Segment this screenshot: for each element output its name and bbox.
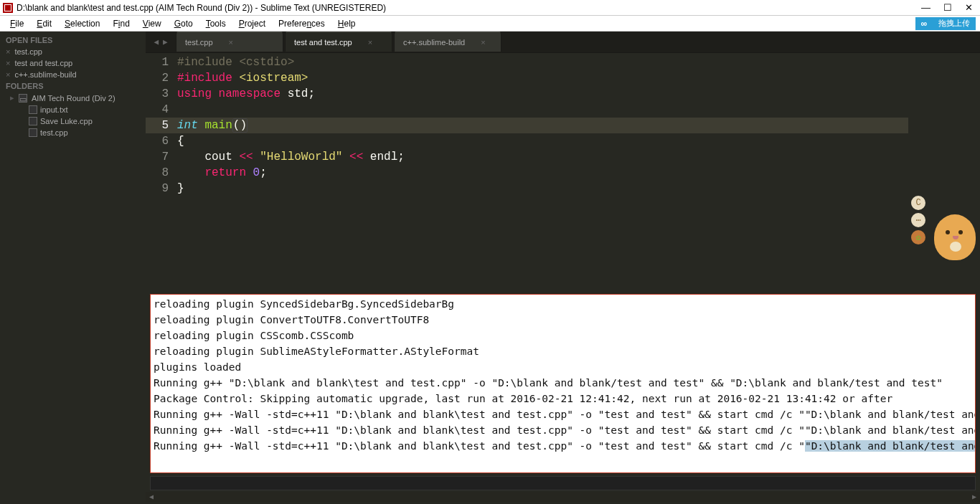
console-line: Running g++ -Wall -std=c++11 "D:\blank a…: [154, 438, 972, 454]
code-token: 0: [246, 166, 260, 179]
window-controls: — ☐ ✕: [921, 2, 977, 13]
line-number: 2: [146, 70, 169, 86]
mascot-button-icon[interactable]: ✿: [911, 230, 925, 244]
tab-label: c++.sublime-build: [403, 38, 465, 47]
file-icon: [29, 105, 37, 114]
file-item[interactable]: test.cpp: [0, 127, 146, 138]
tab-next-icon[interactable]: ▶: [163, 37, 168, 47]
horizontal-scrollbar[interactable]: ◀ ▶: [146, 492, 980, 502]
line-number: 9: [146, 181, 169, 196]
main-area: OPEN FILES ×test.cpp ×test and test.cpp …: [0, 32, 980, 502]
close-icon[interactable]: ×: [229, 38, 233, 47]
file-label: input.txt: [40, 105, 68, 114]
menu-help[interactable]: Help: [332, 17, 362, 30]
console-line: reloading plugin CSScomb.CSScomb: [154, 328, 972, 343]
console-panel[interactable]: reloading plugin SyncedSidebarBg.SyncedS…: [150, 294, 976, 473]
tab-test-cpp[interactable]: test.cpp×: [176, 32, 283, 52]
line-number: 3: [146, 86, 169, 102]
tab-prev-icon[interactable]: ◀: [154, 37, 159, 47]
console-line: reloading plugin ConvertToUTF8.ConvertTo…: [154, 312, 972, 328]
console-line: reloading plugin SublimeAStyleFormatter.…: [154, 343, 972, 359]
upload-widget[interactable]: ∞ 拖拽上传: [915, 17, 976, 30]
menu-edit[interactable]: Edit: [31, 17, 57, 30]
folder-icon: ▭: [19, 94, 27, 103]
menu-find[interactable]: Find: [107, 17, 135, 30]
gutter: 1 2 3 4 5 6 7 8 9: [146, 53, 177, 293]
code-token: {: [177, 135, 184, 148]
cloud-upload-icon: ∞: [915, 17, 933, 30]
code-token: [177, 166, 204, 179]
close-icon[interactable]: ×: [481, 38, 485, 47]
code-token: #include <cstdio>: [177, 56, 294, 69]
close-icon[interactable]: ×: [368, 38, 372, 47]
code-token: <<: [349, 151, 363, 163]
code-token: endl: [363, 151, 397, 163]
tab-sublime-build[interactable]: c++.sublime-build×: [394, 32, 501, 52]
code-token: int: [177, 119, 198, 132]
menu-file[interactable]: File: [4, 17, 29, 30]
code-token: <iostream>: [232, 72, 308, 85]
line-number: 1: [146, 54, 169, 70]
maximize-button[interactable]: ☐: [943, 2, 952, 13]
scroll-right-icon[interactable]: ▶: [969, 493, 980, 501]
menu-tools[interactable]: Tools: [200, 17, 232, 30]
tab-label: test and test.cpp: [294, 38, 352, 47]
tabbar: ◀ ▶ test.cpp× test and test.cpp× c++.sub…: [146, 32, 980, 53]
line-number: 6: [146, 133, 169, 149]
code-token: std: [281, 87, 308, 100]
close-icon[interactable]: ×: [6, 59, 10, 67]
tab-label: test.cpp: [185, 38, 213, 47]
code-token: namespace: [212, 87, 281, 100]
menu-selection[interactable]: Selection: [59, 17, 105, 30]
app-icon: [3, 3, 13, 13]
file-icon: [29, 128, 37, 137]
titlebar: D:\blank and blank\test and test.cpp (AI…: [0, 0, 980, 16]
open-file-label: c++.sublime-build: [14, 70, 76, 79]
tab-test-and-test-cpp[interactable]: test and test.cpp×: [285, 32, 392, 52]
menu-goto[interactable]: Goto: [169, 17, 199, 30]
menu-view[interactable]: View: [137, 17, 167, 30]
editor-column: ◀ ▶ test.cpp× test and test.cpp× c++.sub…: [146, 32, 980, 502]
command-input[interactable]: [150, 476, 976, 490]
minimize-button[interactable]: —: [921, 2, 930, 13]
tab-nav: ◀ ▶: [146, 37, 176, 47]
code-editor[interactable]: 1 2 3 4 5 6 7 8 9 #include <cstdio>#incl…: [146, 53, 980, 293]
scroll-left-icon[interactable]: ◀: [146, 493, 157, 501]
code-content[interactable]: #include <cstdio>#include <iostream>usin…: [177, 53, 908, 293]
code-token: <<: [239, 151, 253, 163]
menu-preferences[interactable]: Preferences: [273, 17, 331, 30]
file-label: test.cpp: [40, 128, 68, 137]
folder-item[interactable]: ▭AIM Tech Round (Div 2): [0, 92, 146, 104]
menubar: File Edit Selection Find View Goto Tools…: [0, 16, 980, 32]
open-file-item[interactable]: ×c++.sublime-build: [0, 69, 146, 80]
code-token: "HelloWorld": [253, 151, 349, 163]
code-token: [177, 151, 204, 163]
open-file-label: test.cpp: [14, 47, 42, 56]
open-files-header: OPEN FILES: [0, 34, 146, 46]
file-item[interactable]: input.txt: [0, 104, 146, 115]
code-token: main: [198, 119, 232, 132]
file-label: Save Luke.cpp: [40, 117, 93, 125]
mascot-button-icon[interactable]: C: [911, 196, 925, 210]
close-icon[interactable]: ×: [6, 70, 10, 79]
line-number: 8: [146, 165, 169, 181]
menu-project[interactable]: Project: [233, 17, 271, 30]
file-item[interactable]: Save Luke.cpp: [0, 115, 146, 127]
close-button[interactable]: ✕: [965, 2, 973, 13]
console-line: reloading plugin SyncedSidebarBg.SyncedS…: [154, 296, 972, 312]
line-number: 4: [146, 102, 169, 118]
code-token: #include: [177, 72, 232, 85]
close-icon[interactable]: ×: [6, 47, 10, 56]
code-token: cout: [204, 151, 239, 163]
folder-label: AIM Tech Round (Div 2): [32, 94, 116, 103]
open-file-item[interactable]: ×test.cpp: [0, 46, 146, 57]
code-token: using: [177, 87, 212, 100]
console-selection: "D:\blank and blank/test and t: [805, 440, 976, 452]
console-line: plugins loaded: [154, 359, 972, 375]
upload-label: 拖拽上传: [933, 17, 976, 30]
open-file-item[interactable]: ×test and test.cpp: [0, 57, 146, 69]
console-line: Running g++ -Wall -std=c++11 "D:\blank a…: [154, 422, 972, 438]
open-file-label: test and test.cpp: [14, 59, 72, 67]
mascot-button-icon[interactable]: ⋯: [911, 213, 925, 227]
console-line: Running g++ "D:\blank and blank\test and…: [154, 375, 972, 391]
